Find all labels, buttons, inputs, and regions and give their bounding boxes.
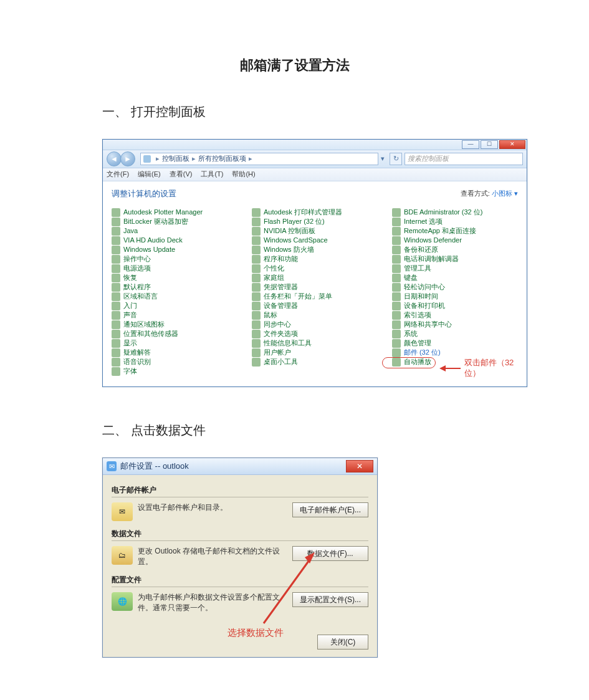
data-files-icon: 🗂 [112,546,133,565]
cp-item-icon [112,274,120,282]
cp-item-label: 用户帐户 [264,348,291,357]
cp-item[interactable]: 区域和语言 [112,292,237,301]
maximize-button[interactable]: ☐ [481,140,498,149]
cp-item[interactable]: 键盘 [392,274,518,282]
cp-item[interactable]: BitLocker 驱动器加密 [112,218,237,226]
cp-item[interactable]: RemoteApp 和桌面连接 [392,227,518,236]
cp-item[interactable]: 入门 [112,302,237,310]
annotation-arrow: 双击邮件（32位） [439,358,518,378]
cp-item[interactable]: 操作中心 [112,255,237,264]
cp-item[interactable]: 设备管理器 [252,302,378,310]
cp-item-icon [392,283,401,292]
back-button[interactable]: ◄ [107,151,122,166]
breadcrumb-2[interactable]: 所有控制面板项 [198,155,246,163]
refresh-button[interactable]: ↻ [390,153,402,165]
menu-tools[interactable]: 工具(T) [201,170,223,179]
cp-item[interactable]: 邮件 (32 位) [392,348,518,357]
cp-item-icon [392,302,401,310]
menu-edit[interactable]: 编辑(E) [138,170,161,179]
cp-item[interactable]: 个性化 [252,264,378,273]
breadcrumb-1[interactable]: 控制面板 [162,155,189,163]
cp-item[interactable]: 家庭组 [252,274,378,282]
cp-item-label: Windows Update [123,246,175,254]
breadcrumb[interactable]: ▸ 控制面板 ▸ 所有控制面板项 ▸ [140,153,378,165]
cp-item-icon [392,311,401,320]
cp-item[interactable]: 默认程序 [112,283,237,292]
cp-item[interactable]: 声音 [112,311,237,320]
cp-item-label: 备份和还原 [404,246,438,254]
cp-item[interactable]: 同步中心 [252,320,378,329]
cp-item[interactable]: 网络和共享中心 [392,320,518,329]
cp-item[interactable]: Windows Update [112,246,237,254]
cp-item-label: Internet 选项 [404,218,443,226]
cp-item[interactable]: 轻松访问中心 [392,283,518,292]
cp-item[interactable]: Autodesk Plotter Manager [112,208,237,217]
cp-item[interactable]: 鼠标 [252,311,378,320]
cp-item-icon [112,302,120,310]
cp-item[interactable]: 颜色管理 [392,339,518,348]
cp-item[interactable]: 备份和还原 [392,246,518,254]
cp-item[interactable]: 疑难解答 [112,348,237,357]
cp-item[interactable]: 用户帐户 [252,348,378,357]
window-titlebar: — ☐ ✕ [103,140,527,150]
cp-item[interactable]: Java [112,227,237,236]
show-profiles-button[interactable]: 显示配置文件(S)... [292,592,368,607]
close-button-2[interactable]: 关闭(C) [317,635,368,650]
view-mode[interactable]: 查看方式: 小图标 ▾ [461,189,518,198]
cp-item[interactable]: Autodesk 打印样式管理器 [252,208,378,217]
cp-item[interactable]: Windows Defender [392,236,518,245]
email-accounts-icon: ✉ [112,502,133,521]
cp-item[interactable]: 通知区域图标 [112,320,237,329]
cp-item-label: 程序和功能 [264,255,298,264]
cp-item[interactable]: 索引选项 [392,311,518,320]
data-files-button[interactable]: 数据文件(F)... [292,546,368,561]
cp-item[interactable]: 任务栏和「开始」菜单 [252,292,378,301]
cp-item-label: BitLocker 驱动器加密 [123,218,188,226]
cp-item[interactable]: VIA HD Audio Deck [112,236,237,245]
cp-item[interactable]: NVIDIA 控制面板 [252,227,378,236]
menu-view[interactable]: 查看(V) [170,170,193,179]
cp-item[interactable]: BDE Administrator (32 位) [392,208,518,217]
cp-item-label: 自动播放 [404,358,431,367]
cp-item-label: 网络和共享中心 [404,320,452,329]
cp-item-icon [392,227,401,236]
cp-item[interactable]: 程序和功能 [252,255,378,264]
cp-item[interactable]: 显示 [112,339,237,348]
cp-item[interactable]: 文件夹选项 [252,330,378,338]
email-accounts-button[interactable]: 电子邮件帐户(E)... [292,502,368,517]
dropdown-icon[interactable]: ▾ [378,155,387,163]
cp-item[interactable]: 性能信息和工具 [252,339,378,348]
cp-item[interactable]: 恢复 [112,274,237,282]
dialog-close-button[interactable]: ✕ [346,460,373,472]
menu-file[interactable]: 文件(F) [107,170,129,179]
cp-item[interactable]: Windows 防火墙 [252,246,378,254]
cp-item[interactable]: 字体 [112,367,237,376]
cp-item-icon [112,236,120,245]
minimize-button[interactable]: — [462,140,479,149]
cp-item-label: 家庭组 [264,274,284,282]
cp-item[interactable]: 管理工具 [392,264,518,273]
cp-item[interactable]: 日期和时间 [392,292,518,301]
cp-item[interactable]: 语音识别 [112,358,237,367]
cp-item[interactable]: 系统 [392,330,518,338]
cp-item[interactable]: 电源选项 [112,264,237,273]
menu-help[interactable]: 帮助(H) [232,170,255,179]
cp-item-icon [112,320,120,329]
search-input[interactable]: 搜索控制面板 [405,153,523,165]
cp-item-icon [112,246,120,254]
cp-item-icon [112,348,120,357]
cp-item-label: VIA HD Audio Deck [123,236,183,245]
close-button[interactable]: ✕ [499,140,525,149]
cp-item[interactable]: Internet 选项 [392,218,518,226]
cp-item[interactable]: Windows CardSpace [252,236,378,245]
cp-item[interactable]: 位置和其他传感器 [112,330,237,338]
cp-item[interactable]: Flash Player (32 位) [252,218,378,226]
cp-item-icon [392,246,401,254]
cp-item[interactable]: 桌面小工具 [252,358,378,367]
cp-item-icon [252,320,261,329]
cp-item[interactable]: 设备和打印机 [392,302,518,310]
cp-item[interactable]: 凭据管理器 [252,283,378,292]
forward-button[interactable]: ► [120,151,135,166]
cp-item-label: 默认程序 [123,283,151,292]
cp-item[interactable]: 电话和调制解调器 [392,255,518,264]
